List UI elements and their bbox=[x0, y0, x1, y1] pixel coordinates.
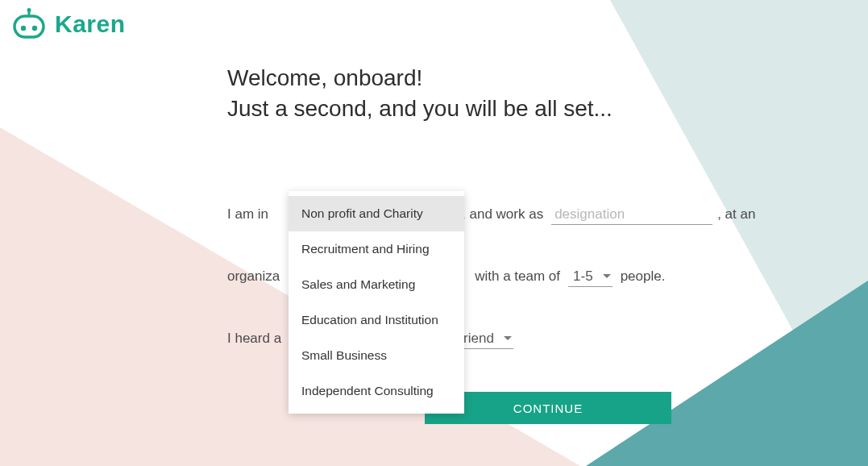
svg-rect-1 bbox=[15, 16, 44, 37]
svg-point-3 bbox=[32, 26, 37, 31]
page-heading: Welcome, onboard! Just a second, and you… bbox=[227, 63, 755, 124]
brand-name: Karen bbox=[55, 10, 126, 38]
text-at-an: , at an bbox=[717, 206, 755, 223]
industry-option[interactable]: Independent Consulting bbox=[289, 373, 464, 409]
text-organization-prefix: organiza bbox=[227, 268, 280, 285]
svg-point-2 bbox=[21, 26, 26, 31]
chevron-down-icon bbox=[603, 274, 611, 278]
text-with-team-of: with a team of bbox=[475, 268, 560, 285]
heard-about-select[interactable]: riend bbox=[459, 329, 513, 349]
svg-point-0 bbox=[27, 8, 31, 12]
text-i-am-in: I am in bbox=[227, 206, 268, 223]
designation-input[interactable] bbox=[551, 205, 712, 225]
industry-option[interactable]: Recruitment and Hiring bbox=[289, 231, 464, 267]
industry-dropdown-menu: Non profit and Charity Recruitment and H… bbox=[289, 191, 464, 414]
text-heard-about-prefix: I heard a bbox=[227, 331, 281, 347]
heard-about-value: riend bbox=[463, 331, 494, 347]
chevron-down-icon bbox=[504, 336, 512, 340]
team-size-value: 1-5 bbox=[573, 268, 593, 285]
text-people: people. bbox=[621, 268, 666, 285]
heading-line-2: Just a second, and you will be all set..… bbox=[227, 94, 755, 124]
industry-option[interactable]: Small Business bbox=[289, 338, 464, 373]
heading-line-1: Welcome, onboard! bbox=[227, 63, 755, 94]
team-size-select[interactable]: 1-5 bbox=[568, 267, 613, 287]
industry-option[interactable]: Sales and Marketing bbox=[289, 267, 464, 302]
industry-option[interactable]: Education and Institution bbox=[289, 302, 464, 338]
industry-option[interactable]: Non profit and Charity bbox=[289, 196, 464, 231]
brand-logo: Karen bbox=[11, 8, 126, 40]
text-and-work-as: , and work as bbox=[462, 206, 543, 223]
robot-icon bbox=[11, 8, 47, 40]
